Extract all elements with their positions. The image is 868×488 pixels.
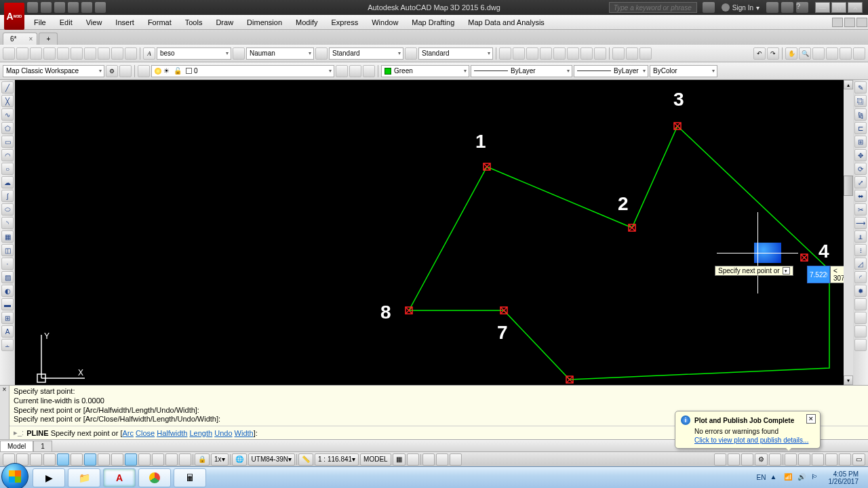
menu-insert[interactable]: Insert (108, 16, 141, 28)
tb-icon[interactable] (540, 47, 552, 60)
sb-icon[interactable]: ▦ (393, 453, 406, 466)
workspace-combo[interactable]: Map Classic Workspace (3, 65, 104, 77)
tb-icon[interactable] (3, 47, 15, 60)
tb-icon[interactable] (553, 47, 566, 60)
copy-icon[interactable]: ⿻ (854, 95, 867, 107)
scroll-up-icon[interactable]: ▴ (844, 80, 853, 89)
tb-icon[interactable] (826, 47, 838, 60)
tb-icon[interactable] (513, 47, 525, 60)
arc-icon[interactable]: ◠ (1, 149, 14, 161)
layer-combo[interactable]: ☀🔓0 (151, 65, 334, 77)
menu-edit[interactable]: Edit (53, 16, 79, 28)
new-icon[interactable] (27, 2, 38, 13)
menu-format[interactable]: Format (141, 16, 178, 28)
region-icon[interactable]: ▬ (1, 298, 14, 310)
action-center-icon[interactable]: 🏳 (811, 473, 821, 483)
explode-icon[interactable]: ✸ (854, 285, 867, 297)
sb-icon[interactable] (57, 453, 69, 466)
volume-icon[interactable]: 🔊 (797, 473, 807, 483)
align-icon[interactable]: ⫠ (1, 339, 14, 351)
polyline-icon[interactable]: ∿ (1, 108, 14, 121)
menu-view[interactable]: View (79, 16, 109, 28)
tb-icon[interactable] (125, 47, 137, 60)
menu-window[interactable]: Window (365, 16, 405, 28)
menu-tools[interactable]: Tools (178, 16, 210, 28)
ellipse-icon[interactable]: ⬭ (1, 203, 14, 216)
tb-icon[interactable] (119, 65, 132, 77)
sb-icon[interactable] (785, 453, 797, 466)
sb-icon[interactable] (30, 453, 42, 466)
undo-icon[interactable] (68, 2, 79, 13)
move-icon[interactable]: ✥ (854, 149, 867, 161)
trim-icon[interactable]: ✂ (854, 203, 867, 216)
layer-properties-icon[interactable] (138, 65, 150, 77)
task-calculator[interactable]: 🖩 (174, 468, 206, 487)
linetype-combo[interactable]: ByLayer (471, 65, 572, 77)
sb-icon[interactable] (825, 453, 837, 466)
scroll-down-icon[interactable]: ▾ (844, 375, 853, 385)
doc-restore-button[interactable] (844, 18, 855, 27)
tb-icon[interactable] (98, 47, 110, 60)
sb-icon[interactable] (179, 453, 191, 466)
infocenter-search[interactable] (609, 2, 697, 13)
gradient-icon[interactable]: ◐ (1, 285, 14, 297)
redo-icon[interactable]: ↷ (767, 47, 779, 60)
hatch-icon[interactable]: ▨ (1, 271, 14, 283)
sb-icon[interactable] (798, 453, 810, 466)
make-block-icon[interactable]: ◫ (1, 244, 14, 256)
circle-icon[interactable]: ○ (1, 163, 14, 175)
balloon-details-link[interactable]: Click to view plot and publish details..… (694, 436, 814, 444)
text-style-icon[interactable]: A (143, 47, 155, 60)
sb-icon[interactable] (812, 453, 824, 466)
sb-icon[interactable] (125, 453, 137, 466)
redo-icon[interactable] (81, 2, 92, 13)
sb-icon[interactable] (714, 453, 726, 466)
menu-file[interactable]: File (27, 16, 53, 28)
sb-icon[interactable] (71, 453, 83, 466)
break-icon[interactable]: ⫫ (854, 230, 867, 243)
scale-lock-icon[interactable]: 🔒 (195, 453, 210, 466)
task-chrome[interactable] (138, 468, 171, 487)
tb-icon[interactable] (111, 47, 123, 60)
polygon-icon[interactable]: ⬠ (1, 122, 14, 134)
menu-map-drafting[interactable]: Map Drafting (405, 16, 461, 28)
clock[interactable]: 4:05 PM 1/26/2017 (825, 470, 863, 485)
clean-screen-icon[interactable]: ▭ (852, 453, 865, 466)
tb-icon[interactable] (812, 47, 825, 60)
doc-close-button[interactable] (856, 18, 867, 27)
join-icon[interactable]: ⫶ (854, 244, 867, 256)
menu-express[interactable]: Express (324, 16, 365, 28)
sb-icon[interactable] (450, 453, 462, 466)
zoom-icon[interactable]: 🔍 (799, 47, 811, 60)
menu-modify[interactable]: Modify (289, 16, 324, 28)
tb-icon[interactable] (854, 298, 867, 310)
save-icon[interactable] (54, 2, 65, 13)
fillet-icon[interactable]: ◜ (854, 271, 867, 283)
sb-icon[interactable] (111, 453, 123, 466)
menu-map-data[interactable]: Map Data and Analysis (461, 16, 551, 28)
exchange-icon[interactable] (766, 2, 778, 13)
print-icon[interactable] (95, 2, 106, 13)
tb-icon[interactable] (612, 47, 625, 60)
lineweight-combo[interactable]: ByLayer (574, 65, 648, 77)
tb-icon[interactable] (526, 47, 538, 60)
sb-icon[interactable] (407, 453, 419, 466)
language-indicator[interactable]: EN (757, 474, 766, 481)
undo-icon[interactable]: ↶ (753, 47, 766, 60)
cmdwin-close-icon[interactable]: × (0, 386, 9, 439)
rotate-icon[interactable]: ⟳ (854, 163, 867, 175)
array-icon[interactable]: ⊞ (854, 136, 867, 148)
rectangle-icon[interactable]: ▭ (1, 136, 14, 148)
model-tab[interactable]: Model (0, 441, 33, 451)
tb-icon[interactable] (57, 47, 69, 60)
chamfer-icon[interactable]: ◿ (854, 258, 867, 270)
menu-draw[interactable]: Draw (209, 16, 240, 28)
color-combo[interactable]: Green (381, 65, 469, 77)
mtext-icon[interactable]: A (1, 325, 14, 338)
balloon-close-icon[interactable]: ✕ (806, 414, 816, 424)
new-file-tab[interactable]: + (39, 33, 58, 45)
sb-icon[interactable] (728, 453, 740, 466)
map-scale-icon[interactable]: 📏 (298, 453, 313, 466)
tb-icon[interactable] (580, 47, 593, 60)
ellipse-arc-icon[interactable]: ◝ (1, 217, 14, 229)
